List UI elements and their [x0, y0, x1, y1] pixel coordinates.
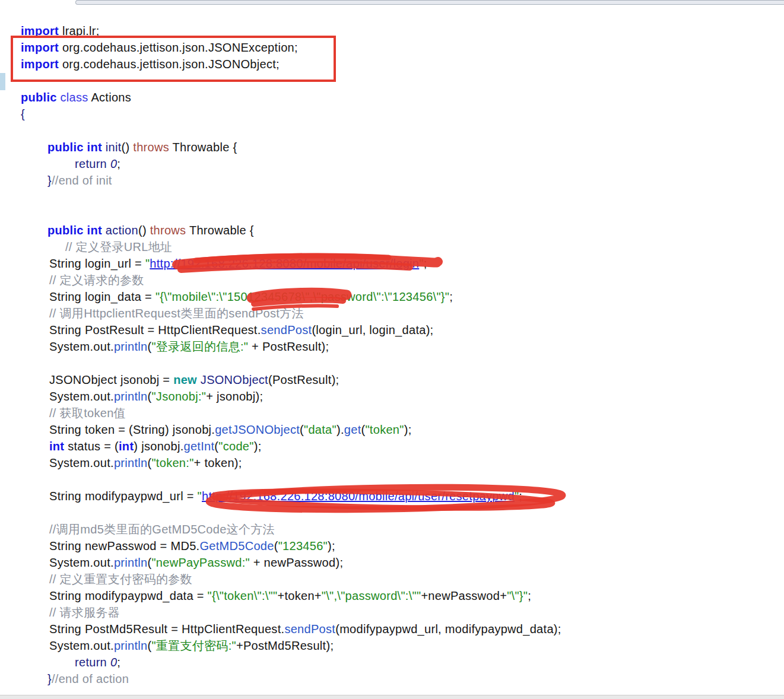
code-line-blank	[0, 122, 784, 139]
code-line: JSONObject jsonobj = new JSONObject(Post…	[0, 371, 784, 388]
code-line: String modifypaypwd_data = "{\"token\":\…	[0, 587, 784, 604]
code-token: }	[47, 672, 52, 685]
code-line: {	[0, 106, 784, 122]
code-line: System.out.println("newPayPasswd:" + new…	[0, 554, 784, 571]
code-token: String login_data =	[49, 290, 155, 303]
code-token: System.out.	[49, 556, 114, 569]
code-line-blank	[0, 355, 784, 371]
code-token: ()	[138, 224, 150, 237]
code-token: println	[114, 556, 148, 569]
code-token: "newPayPasswd:"	[151, 556, 249, 569]
code-token: System.out.	[49, 390, 114, 403]
code-line: //调用md5类里面的GetMD5Code这个方法	[0, 521, 784, 538]
code-token: getJSONObject	[215, 423, 300, 436]
code-line: // 调用HttpclientRequest类里面的sendPost方法	[0, 305, 784, 322]
code-token: "Jsonobj:"	[151, 390, 206, 403]
code-line: int status = (int) jsonobj.getInt("code"…	[0, 438, 784, 455]
code-line: // 获取token值	[0, 405, 784, 421]
code-line: String newPasswod = MD5.GetMD5Code("1234…	[0, 538, 784, 554]
code-line: String token = (String) jsonobj.getJSONO…	[0, 421, 784, 438]
code-line: String PostResult = HttpClientRequest.se…	[0, 322, 784, 338]
code-text-area[interactable]: import lrapi.lr;import org.codehaus.jett…	[0, 23, 784, 687]
code-token: throws	[150, 224, 186, 237]
code-line: // 定义请求的参数	[0, 272, 784, 288]
code-line: return 0;	[0, 654, 784, 671]
code-token: System.out.	[49, 639, 114, 652]
code-token: + token);	[194, 456, 242, 469]
code-token: System.out.	[49, 340, 114, 353]
code-token: ;	[117, 656, 120, 669]
code-token: public int	[47, 141, 102, 154]
code-token: //end of action	[52, 672, 129, 685]
code-token: String login_url =	[49, 257, 145, 270]
code-token: );	[404, 423, 412, 436]
code-line: System.out.println("重置支付密码:"+PostMd5Resu…	[0, 637, 784, 654]
code-token: println	[114, 340, 148, 353]
code-line: System.out.println("登录返回的信息:" + PostResu…	[0, 338, 784, 355]
code-token: System.out.	[49, 456, 114, 469]
code-token: throws	[133, 141, 169, 154]
code-token: "	[419, 257, 423, 270]
top-scrollbar[interactable]	[75, 0, 784, 5]
code-token: println	[114, 456, 148, 469]
code-line: // 定义重置支付密码的参数	[0, 571, 784, 587]
code-token: ;	[424, 257, 427, 270]
url-link[interactable]: http://192.168.226.128:8080/mobile/api/u…	[202, 490, 515, 503]
code-token: (	[300, 423, 304, 436]
code-token: String modifypaypwd_url =	[49, 490, 198, 503]
code-line: public int init() throws Throwable {	[0, 139, 784, 155]
code-token: println	[114, 639, 148, 652]
code-token: public int	[47, 224, 102, 237]
code-token: );	[254, 440, 262, 453]
code-token: + newPasswod);	[250, 556, 343, 569]
code-line: System.out.println("Jsonobj:"+ jsonobj);	[0, 388, 784, 405]
code-line: // 定义登录URL地址	[0, 239, 784, 255]
code-token: (modifypaypwd_url, modifypaypwd_data);	[335, 622, 561, 636]
code-line: public class Actions	[0, 89, 784, 106]
code-line: }//end of action	[0, 671, 784, 687]
code-token: init	[102, 141, 122, 154]
code-token: String newPasswod = MD5.	[49, 539, 199, 552]
code-token: return	[75, 656, 110, 669]
code-line: }//end of init	[0, 172, 784, 189]
url-link[interactable]: http://192.168.226.128:8080/mobile/api/u…	[150, 257, 419, 270]
code-token: ;	[117, 157, 120, 170]
code-line: String modifypaypwd_url = "http://192.16…	[0, 488, 784, 504]
code-token: (login_url, login_data);	[312, 323, 433, 336]
code-token: "{\"token\":\""	[208, 589, 278, 602]
code-token: 0	[110, 157, 117, 170]
bottom-scrollbar[interactable]	[0, 695, 784, 699]
code-token: );	[328, 539, 335, 552]
code-token: String modifypaypwd_data =	[49, 589, 208, 602]
code-line: String PostMd5Result = HttpClientRequest…	[0, 621, 784, 637]
code-token: JSONObject jsonobj =	[49, 373, 173, 386]
code-line-blank	[0, 189, 784, 205]
code-token: "token"	[365, 423, 404, 436]
code-token: ()	[122, 141, 134, 154]
code-token: ).	[337, 423, 344, 436]
code-token: "\",\"password\":\""	[322, 589, 421, 602]
code-token: GetMD5Code	[199, 539, 274, 552]
code-line: return 0;	[0, 155, 784, 172]
code-token: sendPost	[284, 622, 335, 636]
code-line: String login_data = "{\"mobile\":\"15012…	[0, 288, 784, 305]
code-token: // 定义登录URL地址	[65, 240, 172, 253]
code-token: (PostResult);	[268, 373, 339, 386]
code-token: ;	[519, 490, 522, 503]
code-token: action	[102, 224, 138, 237]
code-token: Throwable {	[186, 224, 253, 237]
code-token: + PostResult);	[248, 340, 329, 353]
code-token: +token+	[277, 589, 321, 602]
code-token: ) jsonobj.	[134, 440, 183, 453]
code-token: ;	[528, 589, 531, 602]
code-line-blank	[0, 471, 784, 488]
code-token: int	[119, 440, 134, 453]
code-token: new	[173, 373, 197, 386]
code-token: "{\"mobile\":\"15012345678\",\"password\…	[155, 290, 449, 303]
code-token: JSONObject	[197, 373, 268, 386]
code-token: sendPost	[261, 323, 312, 336]
code-token: +newPasswod+	[421, 589, 507, 602]
code-token: Throwable {	[169, 141, 237, 154]
code-token: "重置支付密码:"	[151, 639, 236, 652]
code-token: String PostMd5Result = HttpClientRequest…	[49, 622, 284, 636]
